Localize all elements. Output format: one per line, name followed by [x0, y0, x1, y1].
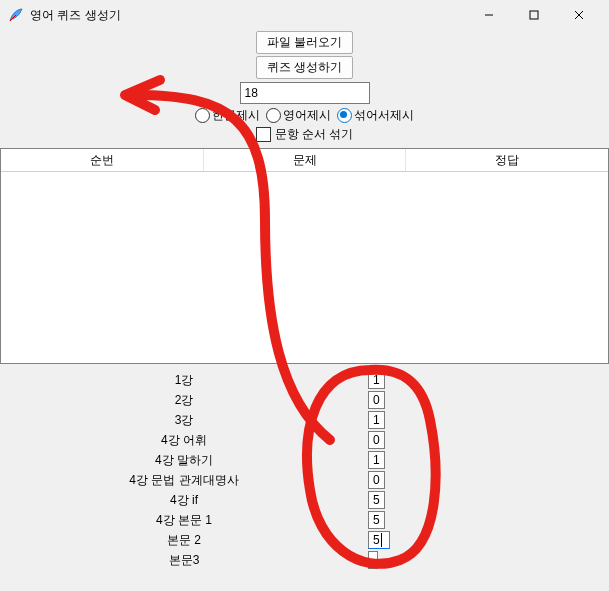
lesson-label: 4강 본문 1: [0, 512, 368, 529]
shuffle-label: 문항 순서 섞기: [275, 126, 354, 143]
top-controls: 파일 불러오기 퀴즈 생성하기 18 한글제시 영어제시 섞어서제시 문항 순서…: [0, 30, 609, 145]
lesson-count-input[interactable]: 1: [368, 451, 385, 469]
lesson-row: 1강1: [0, 370, 609, 390]
table-header-row: 순번 문제 정답: [1, 149, 608, 172]
lesson-row: 4강 말하기1: [0, 450, 609, 470]
lesson-label: 4강 어휘: [0, 432, 368, 449]
col-answer[interactable]: 정답: [406, 149, 608, 171]
radio-english[interactable]: 영어제시: [266, 107, 331, 124]
lesson-row: 4강 if5: [0, 490, 609, 510]
lesson-count-input[interactable]: 5: [368, 491, 385, 509]
radio-korean[interactable]: 한글제시: [195, 107, 260, 124]
col-question[interactable]: 문제: [204, 149, 407, 171]
radio-english-label: 영어제시: [283, 107, 331, 124]
lesson-count-input[interactable]: 0: [368, 471, 385, 489]
lesson-label: 4강 문법 관계대명사: [0, 472, 368, 489]
radio-mixed[interactable]: 섞어서제시: [337, 107, 414, 124]
result-table[interactable]: 순번 문제 정답: [0, 148, 609, 364]
lesson-row: 4강 어휘0: [0, 430, 609, 450]
lesson-count-input[interactable]: 5: [368, 511, 385, 529]
lesson-count-input[interactable]: 0: [368, 391, 385, 409]
lesson-count-input[interactable]: 0: [368, 431, 385, 449]
radio-icon: [195, 108, 210, 123]
lesson-label: 3강: [0, 412, 368, 429]
load-file-button[interactable]: 파일 불러오기: [256, 31, 353, 54]
mode-radio-group: 한글제시 영어제시 섞어서제시: [0, 107, 609, 124]
titlebar: 영어 퀴즈 생성기: [0, 0, 609, 30]
maximize-button[interactable]: [511, 1, 556, 29]
question-count-input[interactable]: 18: [240, 82, 370, 104]
lesson-count-input[interactable]: 1: [368, 371, 385, 389]
svg-rect-1: [530, 11, 538, 19]
window-title: 영어 퀴즈 생성기: [30, 7, 121, 24]
lesson-label: 4강 말하기: [0, 452, 368, 469]
lesson-row: 본문 25: [0, 530, 609, 550]
lesson-row: 2강0: [0, 390, 609, 410]
close-button[interactable]: [556, 1, 601, 29]
minimize-button[interactable]: [466, 1, 511, 29]
checkbox-icon: [256, 127, 271, 142]
col-no[interactable]: 순번: [1, 149, 204, 171]
radio-korean-label: 한글제시: [212, 107, 260, 124]
lesson-row: 본문3: [0, 550, 609, 570]
radio-mixed-label: 섞어서제시: [354, 107, 414, 124]
lesson-count-input[interactable]: 5: [368, 531, 390, 549]
make-quiz-button[interactable]: 퀴즈 생성하기: [256, 56, 353, 79]
lesson-row: 3강1: [0, 410, 609, 430]
lesson-label: 본문3: [0, 552, 368, 569]
lesson-count-input[interactable]: [368, 551, 378, 569]
radio-icon: [266, 108, 281, 123]
lesson-label: 본문 2: [0, 532, 368, 549]
lesson-row: 4강 문법 관계대명사0: [0, 470, 609, 490]
lesson-label: 1강: [0, 372, 368, 389]
lesson-label: 2강: [0, 392, 368, 409]
lesson-count-list: 1강12강03강14강 어휘04강 말하기14강 문법 관계대명사04강 if5…: [0, 370, 609, 570]
lesson-label: 4강 if: [0, 492, 368, 509]
shuffle-checkbox[interactable]: 문항 순서 섞기: [256, 126, 354, 143]
radio-icon: [337, 108, 352, 123]
app-feather-icon: [8, 7, 24, 23]
lesson-row: 4강 본문 15: [0, 510, 609, 530]
lesson-count-input[interactable]: 1: [368, 411, 385, 429]
